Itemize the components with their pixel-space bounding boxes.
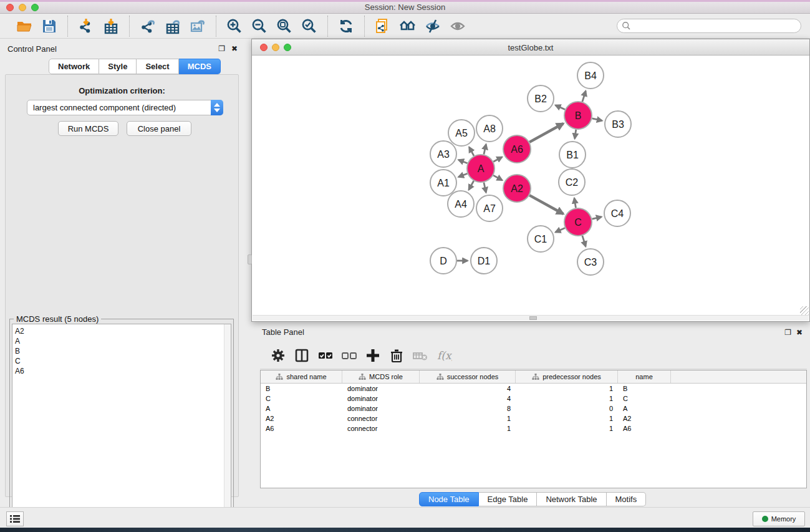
- table-row[interactable]: A6connector11A6: [261, 423, 806, 433]
- criterion-select[interactable]: largest connected component (directed): [27, 100, 223, 115]
- mcds-result-list[interactable]: A2ABCA6: [12, 324, 231, 528]
- graph-node-A8[interactable]: A8: [476, 115, 503, 142]
- table-cell[interactable]: 1: [516, 415, 618, 422]
- network-from-selection-button[interactable]: [370, 16, 395, 36]
- table-cell[interactable]: 1: [516, 395, 618, 402]
- column-header-name[interactable]: name: [618, 370, 671, 383]
- edge-C-C2[interactable]: [574, 198, 576, 208]
- table-cell[interactable]: A: [618, 405, 671, 412]
- deselect-all-button[interactable]: [337, 345, 361, 366]
- table-cell[interactable]: A2: [261, 415, 342, 422]
- edge-A-A2[interactable]: [493, 175, 502, 180]
- table-cell[interactable]: A6: [261, 425, 342, 432]
- table-cell[interactable]: 1: [420, 415, 516, 422]
- table-cell[interactable]: connector: [342, 415, 420, 422]
- edge-C-C3[interactable]: [582, 236, 586, 246]
- refresh-button[interactable]: [334, 16, 359, 36]
- graph-node-A4[interactable]: A4: [448, 191, 474, 217]
- table-cell[interactable]: 1: [516, 385, 618, 392]
- network-horizontal-scrollbar[interactable]: [253, 315, 809, 321]
- table-cell[interactable]: 4: [420, 385, 516, 392]
- edge-A-A1[interactable]: [458, 173, 467, 177]
- table-cell[interactable]: 1: [516, 425, 618, 432]
- edge-B-B2[interactable]: [556, 105, 565, 110]
- graph-node-C1[interactable]: C1: [528, 226, 554, 252]
- add-column-button[interactable]: [361, 345, 385, 366]
- edge-A6-B[interactable]: [529, 123, 563, 142]
- network-hscroll-thumb[interactable]: [529, 316, 537, 320]
- edge-A-A6[interactable]: [493, 157, 502, 162]
- column-header-predecessor-nodes[interactable]: predecessor nodes: [516, 370, 618, 383]
- export-image-button[interactable]: [185, 16, 210, 36]
- import-table-button[interactable]: [99, 16, 123, 36]
- run-mcds-button[interactable]: Run MCDS: [58, 121, 118, 136]
- graph-node-A2[interactable]: A2: [503, 175, 531, 202]
- network-window-titlebar[interactable]: testGlobe.txt: [252, 39, 809, 56]
- close-panel-icon[interactable]: ✖: [231, 44, 238, 53]
- split-panel-button[interactable]: [290, 345, 314, 366]
- save-button[interactable]: [37, 16, 62, 36]
- tab-select[interactable]: Select: [137, 59, 178, 74]
- table-close-panel-icon[interactable]: ✖: [796, 328, 803, 337]
- first-neighbors-button[interactable]: [395, 16, 420, 36]
- table-row[interactable]: Cdominator41C: [261, 394, 806, 404]
- graph-node-B[interactable]: B: [564, 102, 592, 129]
- table-row[interactable]: A2connector11A2: [261, 414, 806, 423]
- result-scrollbar[interactable]: [224, 324, 231, 528]
- network-vertical-scrollbar[interactable]: [248, 254, 252, 264]
- table-row[interactable]: Bdominator41B: [261, 384, 806, 394]
- column-header-shared-name[interactable]: shared name: [261, 370, 342, 383]
- table-cell[interactable]: dominator: [342, 385, 420, 392]
- graph-node-A7[interactable]: A7: [476, 195, 503, 221]
- graph-node-C2[interactable]: C2: [559, 169, 585, 195]
- settings-gear-button[interactable]: [266, 345, 290, 366]
- edge-B-B4[interactable]: [582, 91, 586, 102]
- graph-node-B2[interactable]: B2: [528, 85, 554, 112]
- close-panel-button[interactable]: Close panel: [127, 121, 191, 136]
- table-cell[interactable]: C: [618, 395, 671, 402]
- show-all-button[interactable]: [445, 16, 470, 36]
- task-history-button[interactable]: [6, 511, 24, 526]
- function-builder-button[interactable]: f(x): [432, 345, 456, 366]
- graph-node-D[interactable]: D: [430, 248, 456, 274]
- table-cell[interactable]: A: [261, 405, 342, 412]
- table-cell[interactable]: connector: [342, 425, 420, 432]
- graph-node-D1[interactable]: D1: [471, 248, 497, 274]
- export-table-button[interactable]: [160, 16, 185, 36]
- graph-node-B1[interactable]: B1: [559, 142, 586, 168]
- float-panel-icon[interactable]: ❐: [218, 44, 225, 53]
- graph-node-B3[interactable]: B3: [605, 111, 631, 137]
- graph-node-A5[interactable]: A5: [448, 120, 475, 146]
- edge-A2-C[interactable]: [529, 195, 563, 214]
- zoom-in-button[interactable]: [222, 16, 247, 36]
- hide-selected-button[interactable]: [420, 16, 445, 36]
- tab-style[interactable]: Style: [99, 59, 137, 74]
- memory-button[interactable]: Memory: [753, 511, 805, 526]
- table-float-panel-icon[interactable]: ❐: [784, 328, 791, 337]
- graph-node-A3[interactable]: A3: [430, 141, 456, 167]
- table-cell[interactable]: A2: [618, 415, 671, 422]
- table-tab-node-table[interactable]: Node Table: [419, 492, 479, 506]
- zoom-out-button[interactable]: [247, 16, 272, 36]
- delete-table-button[interactable]: [408, 345, 432, 366]
- table-cell[interactable]: C: [261, 395, 342, 402]
- open-file-button[interactable]: [12, 16, 37, 36]
- column-header-successor-nodes[interactable]: successor nodes: [420, 370, 516, 383]
- result-item[interactable]: C: [15, 356, 231, 366]
- search-input[interactable]: [617, 19, 801, 33]
- tab-network[interactable]: Network: [49, 59, 99, 74]
- tab-mcds[interactable]: MCDS: [179, 59, 221, 74]
- zoom-selected-button[interactable]: [297, 16, 322, 36]
- graph-node-A[interactable]: A: [467, 155, 494, 182]
- table-cell[interactable]: 1: [420, 425, 516, 432]
- zoom-fit-button[interactable]: [272, 16, 297, 36]
- graph-node-A6[interactable]: A6: [503, 135, 531, 163]
- network-graph-canvas[interactable]: B4B2BB3A8A5A6A3B1AA1C2A2A4A7C4CC1C3DD1: [252, 56, 809, 316]
- select-all-button[interactable]: [314, 345, 337, 366]
- table-cell[interactable]: B: [618, 385, 671, 392]
- table-cell[interactable]: 8: [420, 405, 516, 412]
- table-tab-motifs[interactable]: Motifs: [607, 492, 647, 506]
- table-tab-edge-table[interactable]: Edge Table: [479, 492, 538, 506]
- edge-A-A5[interactable]: [469, 147, 474, 156]
- export-network-button[interactable]: [135, 16, 160, 36]
